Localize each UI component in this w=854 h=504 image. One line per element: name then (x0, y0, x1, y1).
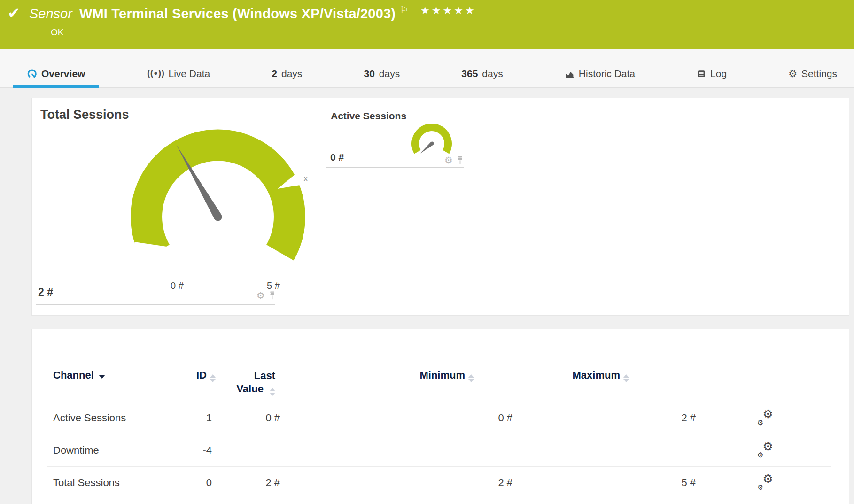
sensor-status-text: OK (51, 27, 63, 38)
tab-label: Log (710, 68, 727, 79)
sensor-status-header: ✔ Sensor WMI Terminal Services (Windows … (0, 0, 854, 49)
gauges-panel: Total Sessions x 0 # 5 # 2 # ⚙ Active Se… (31, 98, 849, 316)
area-chart-icon (565, 69, 575, 79)
total-sessions-current-value: 2 # (38, 286, 53, 299)
tab-label: days (379, 68, 400, 79)
log-list-icon (697, 69, 706, 78)
channel-id: -4 (169, 444, 216, 457)
tab-overview[interactable]: Overview (13, 68, 99, 87)
column-header-maximum[interactable]: Maximum (516, 369, 699, 382)
column-header-minimum[interactable]: Minimum (284, 369, 516, 382)
channel-table: Channel ID Last Value Minimum Maximum Ac… (47, 329, 831, 499)
channel-name[interactable]: Total Sessions (47, 477, 169, 489)
column-header-channel[interactable]: Channel (47, 369, 169, 381)
sort-toggle-icon[interactable] (468, 374, 474, 382)
tab-30-days[interactable]: 30 days (349, 68, 414, 87)
channel-name[interactable]: Downtime (47, 444, 169, 457)
tab-number: 30 (364, 68, 374, 79)
active-sessions-current-value: 0 # (330, 152, 344, 163)
tab-log[interactable]: Log (683, 68, 741, 87)
table-row-active-sessions: Active Sessions 1 0 # 0 # 2 # ⚙⚙ (47, 402, 831, 434)
table-row-total-sessions: Total Sessions 0 2 # 2 # 5 # ⚙⚙ (47, 467, 831, 499)
total-sessions-tile-actions: ⚙ (256, 291, 275, 300)
channel-settings-gears-icon[interactable]: ⚙⚙ (757, 411, 773, 425)
gear-icon[interactable]: ⚙ (256, 291, 265, 300)
tab-live-data[interactable]: ((•)) Live Data (133, 68, 225, 87)
tab-label: days (281, 68, 302, 79)
total-sessions-gauge (130, 129, 306, 266)
tab-label: Live Data (168, 68, 210, 79)
tab-number: 2 (272, 68, 277, 79)
channel-id: 0 (169, 477, 216, 489)
pin-icon[interactable] (457, 156, 463, 164)
channel-minimum: 2 # (284, 477, 516, 489)
table-row-downtime: Downtime -4 ⚙⚙ (47, 434, 831, 467)
channel-maximum: 2 # (516, 412, 699, 424)
sort-toggle-icon[interactable] (623, 374, 629, 382)
tab-label: Settings (801, 68, 837, 79)
channel-table-panel: Channel ID Last Value Minimum Maximum Ac… (31, 329, 849, 504)
channel-minimum: 0 # (284, 412, 516, 424)
channel-settings-gears-icon[interactable]: ⚙⚙ (757, 443, 773, 457)
sensor-tab-bar: Overview ((•)) Live Data 2 days 30 days … (0, 49, 854, 88)
gauge-scale-min: 0 # (156, 280, 198, 291)
tab-label: Historic Data (579, 68, 635, 79)
gear-icon[interactable]: ⚙ (444, 155, 453, 165)
channel-name[interactable]: Active Sessions (47, 412, 169, 424)
object-type-label: Sensor (29, 6, 72, 22)
prtg-sensor-page: ✔ Sensor WMI Terminal Services (Windows … (0, 0, 854, 504)
total-sessions-gauge-title: Total Sessions (40, 108, 129, 122)
sensor-name: WMI Terminal Services (Windows XP/Vista/… (79, 6, 396, 22)
gear-icon: ⚙ (788, 68, 797, 79)
active-sessions-gauge-title: Active Sessions (331, 110, 406, 122)
priority-stars[interactable]: ★★★★★ (420, 5, 476, 16)
broadcast-icon: ((•)) (147, 69, 164, 78)
tile-divider (36, 304, 275, 305)
channel-settings-gears-icon[interactable]: ⚙⚙ (757, 476, 773, 490)
tab-number: 365 (461, 68, 478, 79)
active-sessions-tile-actions: ⚙ (444, 155, 463, 165)
tab-settings[interactable]: ⚙ Settings (774, 68, 851, 87)
tab-365-days[interactable]: 365 days (447, 68, 517, 87)
status-check-icon: ✔ (8, 6, 20, 21)
tab-historic-data[interactable]: Historic Data (551, 68, 649, 87)
flag-icon[interactable]: ⚐ (400, 4, 408, 16)
tab-label: Overview (41, 68, 85, 79)
channel-id: 1 (169, 412, 216, 424)
tab-2-days[interactable]: 2 days (257, 68, 316, 87)
pin-icon[interactable] (269, 291, 275, 300)
sort-desc-icon[interactable] (99, 375, 105, 379)
column-header-id[interactable]: ID (169, 369, 216, 382)
tab-label: days (482, 68, 503, 79)
tile-divider (326, 167, 464, 168)
sensor-title-line: Sensor WMI Terminal Services (Windows XP… (29, 6, 476, 22)
column-header-last-value[interactable]: Last Value (216, 369, 284, 396)
sort-toggle-icon[interactable] (270, 388, 275, 396)
gauge-icon (27, 69, 37, 79)
average-marker-label: x (303, 173, 308, 184)
channel-last-value: 0 # (216, 412, 284, 424)
channel-maximum: 5 # (516, 477, 699, 489)
channel-last-value: 2 # (216, 477, 284, 489)
channel-table-header: Channel ID Last Value Minimum Maximum (47, 329, 831, 402)
sort-toggle-icon[interactable] (210, 374, 216, 382)
